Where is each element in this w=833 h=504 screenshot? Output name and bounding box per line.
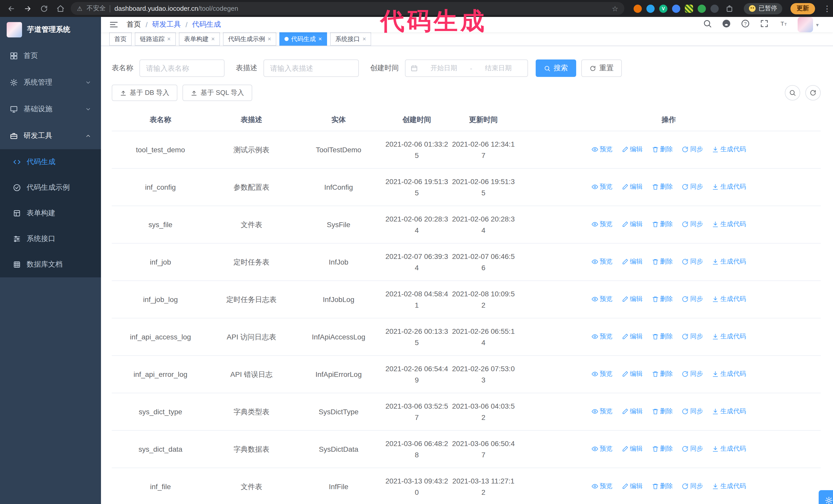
edit-link[interactable]: 编辑: [622, 144, 643, 155]
tag-form-builder[interactable]: 表单构建 ×: [179, 32, 220, 46]
edit-link[interactable]: 编辑: [622, 481, 643, 492]
search-button[interactable]: [703, 19, 712, 30]
generate-code-link[interactable]: 生成代码: [712, 293, 746, 305]
date-range-picker[interactable]: 开始日期 - 结束日期: [405, 59, 528, 77]
delete-link[interactable]: 删除: [652, 256, 673, 267]
search-button[interactable]: 搜索: [536, 59, 576, 77]
back-button[interactable]: [5, 2, 18, 15]
generate-code-link[interactable]: 生成代码: [712, 181, 746, 193]
preview-link[interactable]: 预览: [591, 144, 612, 155]
preview-link[interactable]: 预览: [591, 181, 612, 193]
tag-home[interactable]: 首页: [109, 32, 132, 46]
sidebar-item-system-mgmt[interactable]: 系统管理: [0, 69, 101, 96]
paused-badge[interactable]: 已暂停: [744, 3, 782, 14]
tag-code-generation[interactable]: 代码生成 ×: [279, 32, 327, 46]
delete-link[interactable]: 删除: [652, 368, 673, 380]
preview-link[interactable]: 预览: [591, 368, 612, 380]
delete-link[interactable]: 删除: [652, 144, 673, 155]
tag-trace[interactable]: 链路追踪 ×: [135, 32, 176, 46]
sync-link[interactable]: 同步: [682, 406, 703, 417]
sidebar-item-system-api[interactable]: 系统接口: [0, 226, 101, 252]
github-button[interactable]: [722, 19, 731, 30]
edit-link[interactable]: 编辑: [622, 256, 643, 267]
generate-code-link[interactable]: 生成代码: [712, 219, 746, 230]
close-icon[interactable]: ×: [362, 36, 366, 42]
sync-link[interactable]: 同步: [682, 481, 703, 492]
preview-link[interactable]: 预览: [591, 219, 612, 230]
sidebar-item-form-builder[interactable]: 表单构建: [0, 200, 101, 226]
sidebar-item-infrastructure[interactable]: 基础设施: [0, 96, 101, 123]
reset-button[interactable]: 重置: [581, 59, 622, 77]
sync-link[interactable]: 同步: [682, 368, 703, 380]
generate-code-link[interactable]: 生成代码: [712, 144, 746, 155]
sync-link[interactable]: 同步: [682, 181, 703, 193]
extension-people-icon[interactable]: [672, 4, 680, 13]
delete-link[interactable]: 删除: [652, 331, 673, 342]
edit-link[interactable]: 编辑: [622, 293, 643, 305]
user-menu[interactable]: ▾: [798, 17, 819, 32]
generate-code-link[interactable]: 生成代码: [712, 331, 746, 342]
generate-code-link[interactable]: 生成代码: [712, 406, 746, 417]
sync-link[interactable]: 同步: [682, 443, 703, 455]
sync-link[interactable]: 同步: [682, 144, 703, 155]
extension-stripes-icon[interactable]: [685, 4, 693, 13]
close-icon[interactable]: ×: [167, 36, 171, 42]
sidebar-item-dev-tools[interactable]: 研发工具: [0, 123, 101, 149]
home-button[interactable]: [54, 2, 67, 15]
delete-link[interactable]: 删除: [652, 293, 673, 305]
import-sql-button[interactable]: 基于 SQL 导入: [183, 85, 253, 101]
generate-code-link[interactable]: 生成代码: [712, 481, 746, 492]
fullscreen-button[interactable]: [760, 19, 769, 30]
close-icon[interactable]: ×: [318, 36, 322, 42]
sidebar-item-db-docs[interactable]: 数据库文档: [0, 252, 101, 278]
browser-menu-button[interactable]: ⋮: [823, 4, 831, 13]
delete-link[interactable]: 删除: [652, 481, 673, 492]
delete-link[interactable]: 删除: [652, 443, 673, 455]
preview-link[interactable]: 预览: [591, 406, 612, 417]
delete-link[interactable]: 删除: [652, 181, 673, 193]
extension-paw-icon[interactable]: [711, 4, 719, 13]
sidebar-item-code-generation[interactable]: 代码生成: [0, 149, 101, 175]
generate-code-link[interactable]: 生成代码: [712, 256, 746, 267]
edit-link[interactable]: 编辑: [622, 443, 643, 455]
forward-button[interactable]: [22, 2, 34, 15]
breadcrumb-dev-tools[interactable]: 研发工具: [152, 20, 181, 29]
extension-fox-icon[interactable]: [634, 4, 642, 13]
preview-link[interactable]: 预览: [591, 256, 612, 267]
edit-link[interactable]: 编辑: [622, 368, 643, 380]
sidebar-toggle-button[interactable]: [109, 20, 118, 29]
sync-link[interactable]: 同步: [682, 331, 703, 342]
sync-link[interactable]: 同步: [682, 256, 703, 267]
help-button[interactable]: ?: [741, 19, 750, 30]
tag-codegen-example[interactable]: 代码生成示例 ×: [223, 32, 276, 46]
preview-link[interactable]: 预览: [591, 481, 612, 492]
sync-link[interactable]: 同步: [682, 293, 703, 305]
table-desc-input[interactable]: [263, 59, 359, 77]
delete-link[interactable]: 删除: [652, 406, 673, 417]
font-size-button[interactable]: TT: [779, 19, 788, 30]
breadcrumb-home[interactable]: 首页: [127, 20, 141, 29]
address-bar[interactable]: ⚠ 不安全 dashboard.yudao.iocoder.cn/tool/co…: [71, 2, 624, 15]
update-button[interactable]: 更新: [790, 3, 815, 14]
extension-drop-icon[interactable]: [646, 4, 654, 13]
close-icon[interactable]: ×: [211, 36, 215, 42]
sidebar-item-home[interactable]: 首页: [0, 43, 101, 69]
refresh-button[interactable]: [38, 2, 50, 15]
sidebar-item-codegen-example[interactable]: 代码生成示例: [0, 175, 101, 200]
sync-link[interactable]: 同步: [682, 219, 703, 230]
edit-link[interactable]: 编辑: [622, 181, 643, 193]
close-icon[interactable]: ×: [268, 36, 271, 42]
edit-link[interactable]: 编辑: [622, 219, 643, 230]
toggle-search-button[interactable]: [785, 85, 800, 100]
settings-fab-button[interactable]: [819, 490, 833, 504]
extension-v-icon[interactable]: V: [659, 4, 667, 13]
bookmark-star-icon[interactable]: ☆: [612, 4, 618, 13]
edit-link[interactable]: 编辑: [622, 331, 643, 342]
refresh-table-button[interactable]: [805, 85, 821, 100]
preview-link[interactable]: 预览: [591, 293, 612, 305]
tag-system-api[interactable]: 系统接口 ×: [330, 32, 371, 46]
extension-leaf-icon[interactable]: [698, 4, 706, 13]
preview-link[interactable]: 预览: [591, 443, 612, 455]
delete-link[interactable]: 删除: [652, 219, 673, 230]
generate-code-link[interactable]: 生成代码: [712, 368, 746, 380]
